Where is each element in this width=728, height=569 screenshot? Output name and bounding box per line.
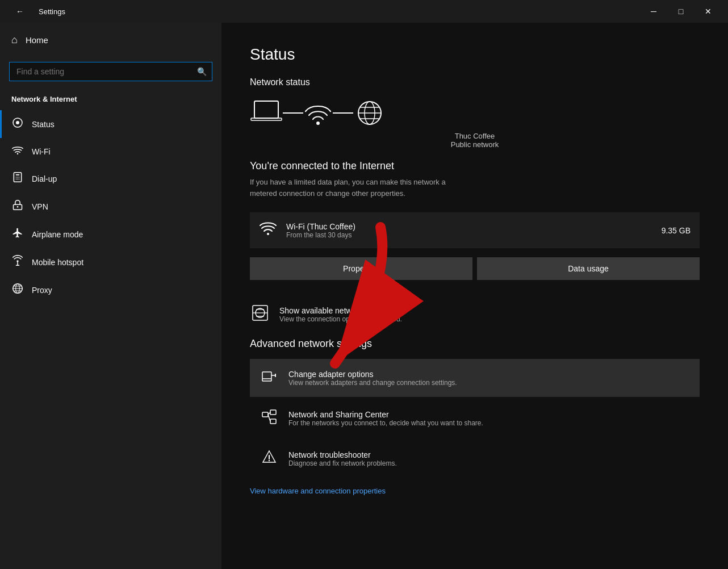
svg-rect-4 [16,174,20,175]
sharing-center-icon [259,409,279,427]
wifi-icon [11,145,24,158]
network-troubleshooter[interactable]: Network troubleshooter Diagnose and fix … [250,440,700,478]
wifi-card-sub: From the last 30 days [286,231,652,239]
wifi-card: Wi-Fi (Thuc Coffee) From the last 30 day… [250,212,700,248]
svg-point-48 [269,460,270,461]
main-layout: ⌂ Home 🔍 Network & Internet Status [0,23,728,569]
sidebar-item-proxy[interactable]: Proxy [0,276,221,304]
hotspot-icon [11,255,24,269]
back-button[interactable]: ← [7,2,33,20]
sidebar-item-status-label: Status [32,120,55,129]
search-input[interactable] [9,62,212,81]
laptop-icon [250,99,283,127]
svg-rect-42 [262,412,268,417]
content-area: Status Network status [221,23,728,569]
view-hardware-link[interactable]: View hardware and connection properties [250,487,386,495]
svg-point-2 [17,153,19,154]
sharing-center-sub: For the networks you connect to, decide … [288,419,483,427]
svg-point-30 [267,233,269,235]
change-adapter-sub: View network adapters and change connect… [288,379,457,387]
status-icon [11,117,24,131]
airplane-icon [11,227,24,241]
svg-rect-23 [251,118,282,120]
sidebar-home[interactable]: ⌂ Home [0,23,221,57]
title-bar: ← Settings ─ □ ✕ [0,0,728,23]
network-line-2 [333,112,353,114]
svg-rect-44 [270,419,276,424]
globe-icon [353,99,386,127]
svg-rect-43 [270,410,276,415]
connected-heading: You're connected to the Internet [250,160,700,172]
svg-point-24 [316,122,320,125]
window-title: Settings [39,7,65,16]
network-diagram [250,99,700,127]
wifi-card-usage: 9.35 GB [662,226,691,235]
maximize-button[interactable]: □ [668,2,694,20]
wifi-card-icon [259,220,277,240]
sidebar-item-airplane-label: Airplane mode [32,230,83,239]
sidebar: ⌂ Home 🔍 Network & Internet Status [0,23,221,569]
home-icon: ⌂ [11,34,18,46]
page-title: Status [250,45,700,64]
sidebar-item-vpn-label: VPN [32,202,48,211]
troubleshooter-title: Network troubleshooter [288,450,397,459]
sidebar-item-status[interactable]: Status [0,110,221,138]
show-available-sub: View the connection options around you. [279,315,402,323]
svg-line-46 [268,415,270,421]
show-available-networks[interactable]: Show available networks View the connect… [250,296,700,333]
svg-rect-22 [254,101,278,118]
dialup-icon [11,171,24,186]
data-usage-button[interactable]: Data usage [477,257,700,280]
svg-rect-36 [262,372,271,379]
svg-point-5 [16,177,17,178]
connected-sub: If you have a limited data plan, you can… [250,177,700,199]
sidebar-item-hotspot[interactable]: Mobile hotspot [0,248,221,276]
sidebar-item-hotspot-label: Mobile hotspot [32,258,83,267]
wifi-signal-icon [303,99,333,127]
network-line-1 [283,112,303,114]
change-adapter-title: Change adapter options [288,370,457,379]
wifi-card-info: Wi-Fi (Thuc Coffee) From the last 30 day… [286,222,652,239]
sidebar-item-airplane[interactable]: Airplane mode [0,220,221,248]
action-buttons: Properties Data usage [250,257,700,280]
network-name: Thuc Coffee Public network [250,132,700,149]
close-button[interactable]: ✕ [695,2,721,20]
show-networks-icon [250,305,270,324]
sharing-center-title: Network and Sharing Center [288,410,483,419]
svg-point-1 [16,121,19,124]
svg-point-9 [17,179,18,180]
show-available-title: Show available networks [279,306,402,315]
sidebar-home-label: Home [26,35,48,45]
svg-point-7 [19,177,20,178]
svg-rect-38 [275,374,276,377]
sidebar-item-vpn[interactable]: VPN [0,193,221,220]
svg-point-8 [16,179,17,180]
troubleshooter-icon [259,450,279,467]
search-container: 🔍 [0,57,221,90]
properties-button[interactable]: Properties [250,257,472,280]
change-adapter-options[interactable]: Change adapter options View network adap… [250,359,700,397]
network-status-title: Network status [250,77,700,87]
svg-point-10 [19,179,20,180]
wifi-card-name: Wi-Fi (Thuc Coffee) [286,222,652,231]
minimize-button[interactable]: ─ [641,2,667,20]
advanced-title: Advanced network settings [250,338,700,350]
network-sharing-center[interactable]: Network and Sharing Center For the netwo… [250,399,700,437]
proxy-icon [11,283,24,297]
sidebar-item-wifi[interactable]: Wi-Fi [0,138,221,165]
sidebar-item-dialup[interactable]: Dial-up [0,165,221,193]
change-adapter-icon [259,369,279,387]
sidebar-section-title: Network & Internet [0,90,221,110]
svg-point-12 [17,206,19,208]
sidebar-item-wifi-label: Wi-Fi [32,147,51,156]
sidebar-item-dialup-label: Dial-up [32,174,57,183]
sidebar-item-proxy-label: Proxy [32,286,52,295]
troubleshooter-sub: Diagnose and fix network problems. [288,459,397,467]
svg-point-6 [17,177,18,178]
vpn-icon [11,199,24,214]
